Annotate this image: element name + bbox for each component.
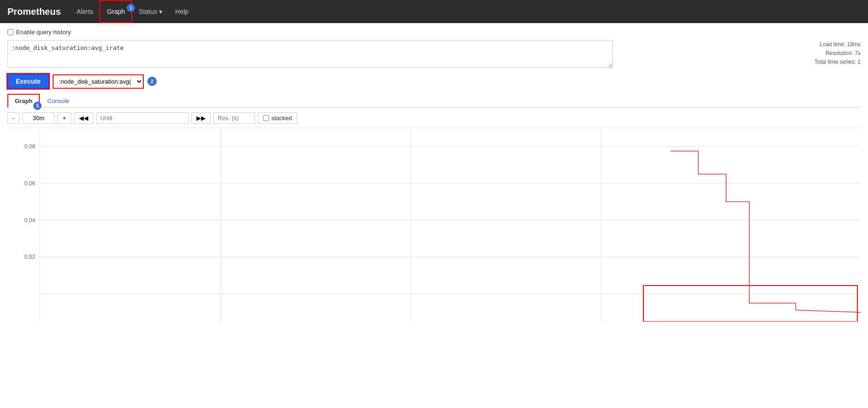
stacked-label-text: stacked [271, 115, 292, 122]
svg-text:0.08: 0.08 [24, 143, 36, 150]
svg-text:0.04: 0.04 [24, 217, 36, 224]
time-range-select[interactable]: :node_disk_saturation:avg( [53, 74, 144, 89]
enable-history-checkbox[interactable] [7, 29, 13, 35]
chart-area: 0.08 0.06 0.04 0.02 5 [7, 128, 861, 322]
svg-text:0.02: 0.02 [24, 254, 36, 260]
chart-svg: 0.08 0.06 0.04 0.02 [7, 128, 861, 322]
duration-plus-button[interactable]: + [57, 112, 71, 124]
tab-graph-badge: 5 [33, 102, 42, 110]
duration-minus-button[interactable]: - [7, 112, 19, 124]
stacked-checkbox[interactable] [263, 115, 269, 121]
navbar: Prometheus Alerts Graph 1 Status ▾ Help [0, 0, 868, 23]
stacked-checkbox-label[interactable]: stacked [258, 112, 297, 124]
time-forward-button[interactable]: ▶▶ [191, 112, 211, 124]
query-area-container: :node_disk_saturation:avg_irate Load tim… [7, 40, 861, 69]
enable-history-row: Enable query history [7, 29, 861, 36]
load-time: Load time: 18ms [814, 40, 861, 49]
enable-history-label[interactable]: Enable query history [16, 29, 71, 36]
resolution: Resolution: 7s [814, 49, 861, 58]
controls-bar: - + ◀◀ ▶▶ stacked [7, 112, 861, 124]
time-back-button[interactable]: ◀◀ [74, 112, 93, 124]
tab-graph[interactable]: Graph 5 [7, 94, 40, 108]
duration-input[interactable] [22, 112, 55, 124]
nav-graph[interactable]: Graph 1 [99, 0, 132, 23]
execute-button[interactable]: Execute [7, 74, 49, 89]
nav-alerts[interactable]: Alerts [70, 0, 100, 23]
execute-badge-2: 2 [147, 77, 157, 86]
nav-status[interactable]: Status ▾ [132, 0, 169, 23]
resolution-input[interactable] [214, 112, 255, 124]
nav-graph-label: Graph [107, 8, 125, 15]
tabs-row: Graph 5 Console [7, 93, 861, 108]
status-dropdown-icon: ▾ [159, 8, 162, 15]
nav-help[interactable]: Help [169, 0, 195, 23]
execute-row: Execute :node_disk_saturation:avg( 2 [7, 74, 861, 89]
nav-status-label: Status [139, 8, 157, 15]
tab-console[interactable]: Console [41, 95, 76, 107]
main-content: Enable query history :node_disk_saturati… [0, 23, 868, 327]
svg-text:0.06: 0.06 [24, 180, 36, 187]
brand-logo[interactable]: Prometheus [7, 6, 61, 17]
query-input[interactable]: :node_disk_saturation:avg_irate [7, 40, 613, 68]
tab-graph-label: Graph [15, 97, 32, 104]
until-input[interactable] [96, 112, 189, 124]
load-info: Load time: 18ms Resolution: 7s Total tim… [814, 40, 861, 67]
total-series: Total time series: 1 [814, 58, 861, 67]
